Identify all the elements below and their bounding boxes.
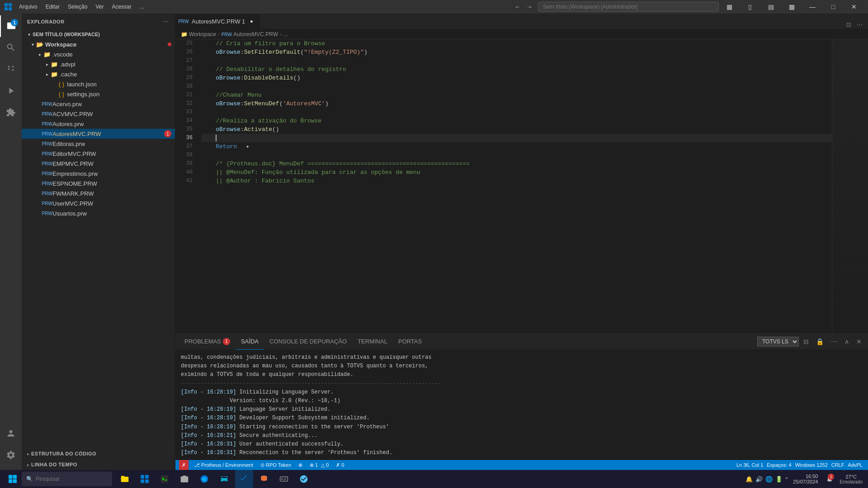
layout-btn2[interactable]: ▯ bbox=[740, 0, 760, 14]
layout-btn4[interactable]: ▩ bbox=[781, 0, 802, 14]
breadcrumb-more[interactable]: ... bbox=[283, 31, 288, 38]
status-line-col[interactable]: Ln 36, Col 1 bbox=[735, 460, 765, 470]
taskbar-vs[interactable] bbox=[235, 470, 253, 488]
panel-tab-problemas[interactable]: PROBLEMAS 1 bbox=[179, 334, 236, 350]
tab-close-icon[interactable]: ● bbox=[248, 18, 255, 25]
activity-search[interactable] bbox=[0, 37, 22, 59]
taskbar-terminal-app[interactable] bbox=[156, 470, 174, 488]
panel-lock-btn[interactable]: 🔒 bbox=[813, 337, 826, 346]
taskbar-search-input[interactable] bbox=[36, 476, 104, 482]
taskbar-battery-icon[interactable]: 🔋 bbox=[775, 476, 783, 483]
tree-item-editormvc[interactable]: ▸ PRW EditorMVC.PRW bbox=[22, 149, 175, 159]
minimize-button[interactable]: — bbox=[802, 0, 823, 14]
breadcrumb-file[interactable]: PRWAutoresMVC.PRW bbox=[222, 31, 278, 38]
status-errors[interactable]: ⊗ 1 △ 0 bbox=[308, 460, 330, 470]
tree-item-acvmvc[interactable]: ▸ PRW ACVMVC.PRW bbox=[22, 109, 175, 119]
taskbar-remote[interactable] bbox=[275, 470, 293, 488]
tree-item-advpl[interactable]: ▸ 📁 .advpl bbox=[22, 59, 175, 69]
taskbar-camera-app[interactable] bbox=[175, 470, 193, 488]
tree-item-fwmark[interactable]: ▸ PRW FWMARK.PRW bbox=[22, 188, 175, 198]
activity-account[interactable] bbox=[0, 423, 22, 445]
tree-item-usuarios[interactable]: ▸ PRW Usuarios.prw bbox=[22, 208, 175, 218]
status-globe[interactable]: ⊕ bbox=[297, 460, 304, 470]
panel-clear-btn[interactable]: ⊟ bbox=[801, 337, 811, 346]
taskbar-explorer[interactable] bbox=[116, 470, 134, 488]
tab-autoresmvc[interactable]: PRW AutoresMVC.PRW 1 ● bbox=[175, 14, 260, 29]
split-editor-btn[interactable]: ⊡ bbox=[844, 20, 853, 29]
status-spaces[interactable]: Espaços: 4 bbox=[765, 460, 793, 470]
titlebar: Arquivo Editar Seleção Ver Acessar ... ←… bbox=[0, 0, 868, 14]
activity-run[interactable] bbox=[0, 80, 22, 102]
tree-item-cache[interactable]: ▸ 📁 .cache bbox=[22, 69, 175, 79]
status-encoding[interactable]: Windows 1252 bbox=[793, 460, 830, 470]
section-linha-tempo[interactable]: ▸ LINHA DO TEMPO bbox=[22, 459, 175, 470]
menu-selecao[interactable]: Seleção bbox=[64, 3, 91, 11]
layout-btn3[interactable]: ▤ bbox=[760, 0, 781, 14]
activity-explorer[interactable]: 1 bbox=[0, 15, 22, 37]
tree-item-espnome[interactable]: ▸ PRW ESPNOME.PRW bbox=[22, 178, 175, 188]
sidebar-more-btn[interactable]: ⋯ bbox=[162, 17, 170, 26]
activity-extensions[interactable] bbox=[0, 102, 22, 124]
panel-close-btn[interactable]: ✕ bbox=[854, 337, 864, 346]
tree-item-autoresmvc[interactable]: ▸ PRW AutoresMVC.PRW 1 bbox=[22, 129, 175, 139]
tree-item-usermvc[interactable]: ▸ PRW UserMVC.PRW bbox=[22, 198, 175, 208]
taskbar-edge[interactable] bbox=[195, 470, 213, 488]
tree-item-editoras[interactable]: ▸ PRW Editoras.prw bbox=[22, 139, 175, 149]
tree-item-launch[interactable]: ▸ { } launch.json bbox=[22, 79, 175, 89]
nav-forward[interactable]: → bbox=[524, 2, 534, 11]
panel-tab-portas[interactable]: PORTAS bbox=[393, 334, 427, 350]
tree-item-workspace[interactable]: ▾ 📂 Workspace bbox=[22, 39, 175, 49]
status-check[interactable]: ✗ 0 bbox=[334, 460, 346, 470]
svg-rect-1 bbox=[9, 3, 12, 6]
close-button[interactable]: ✕ bbox=[844, 0, 864, 14]
layout-btn[interactable]: ▦ bbox=[719, 0, 740, 14]
tree-item-emprestimos[interactable]: ▸ PRW Emprestimos.prw bbox=[22, 169, 175, 178]
taskbar-db[interactable] bbox=[255, 470, 273, 488]
taskbar-clock[interactable]: 16:50 25/07/2024 bbox=[789, 474, 821, 484]
menu-editar[interactable]: Editar bbox=[42, 3, 63, 11]
taskbar-unknown[interactable] bbox=[295, 470, 313, 488]
panel-output[interactable]: multas, condenações judiciais, arbitrais… bbox=[175, 350, 868, 460]
tree-item-acervo[interactable]: ▸ PRW Acervo.prw bbox=[22, 99, 175, 109]
panel-tab-saida[interactable]: SAÍDA bbox=[236, 334, 264, 350]
status-rpo[interactable]: ⊙ RPO Token bbox=[259, 460, 293, 470]
panel-maximize-btn[interactable]: ∧ bbox=[842, 337, 852, 346]
panel-more-btn[interactable]: ⋯ bbox=[828, 337, 840, 346]
taskbar-network-icon[interactable]: 🌐 bbox=[765, 476, 773, 483]
menu-more[interactable]: ... bbox=[136, 3, 148, 11]
taskbar-hidden-icons[interactable]: ^ bbox=[785, 476, 788, 482]
menu-arquivo[interactable]: Arquivo bbox=[15, 3, 41, 11]
activity-source-control[interactable] bbox=[0, 59, 22, 80]
taskbar-weather[interactable]: 27°C Ensolarado bbox=[838, 470, 864, 488]
tree-item-vscode[interactable]: ▸ 📁 .vscode bbox=[22, 49, 175, 59]
settings-icon bbox=[6, 450, 16, 461]
taskbar-vscode[interactable] bbox=[136, 470, 154, 488]
taskbar-start-button[interactable] bbox=[4, 470, 22, 488]
title-search-input[interactable] bbox=[538, 2, 719, 12]
tree-item-autores[interactable]: ▸ PRW Autores.prw bbox=[22, 119, 175, 129]
taskbar-notification-icon[interactable]: 🔔 bbox=[745, 476, 753, 483]
taskbar-store[interactable] bbox=[215, 470, 233, 488]
menu-acessar[interactable]: Acessar bbox=[108, 3, 135, 11]
status-protheus[interactable]: ⎇ Protheus / Environment bbox=[192, 460, 255, 470]
taskbar-search-bar[interactable]: 🔍 bbox=[22, 472, 112, 486]
code-lines[interactable]: // Cria um filtro para o Browse oBrowse:… bbox=[198, 39, 832, 333]
more-actions-btn[interactable]: ⋯ bbox=[855, 20, 864, 29]
panel-output-dropdown[interactable]: TOTVS LS bbox=[757, 337, 799, 347]
status-error-badge[interactable]: ✗ bbox=[179, 460, 189, 470]
tree-item-workspace-root[interactable]: ▾ SEM TÍTULO (WORKSPACE) bbox=[22, 29, 175, 39]
tree-item-empmvc[interactable]: ▸ PRW EMPMVC.PRW bbox=[22, 159, 175, 169]
status-eol[interactable]: CRLF bbox=[830, 460, 846, 470]
panel-tab-terminal[interactable]: TERMINAL bbox=[352, 334, 393, 350]
taskbar-volume-icon[interactable]: 🔊 bbox=[755, 476, 763, 483]
status-language[interactable]: AdvPL bbox=[846, 460, 864, 470]
panel-tab-console[interactable]: CONSOLE DE DEPURAÇÃO bbox=[264, 334, 352, 350]
activity-settings[interactable] bbox=[0, 445, 22, 466]
tree-item-settings[interactable]: ▸ { } settings.json bbox=[22, 89, 175, 99]
nav-back[interactable]: ← bbox=[513, 2, 523, 11]
breadcrumb-workspace[interactable]: 📁Workspace bbox=[181, 31, 216, 38]
section-estrutura[interactable]: ▸ ESTRUTURA DO CÓDIGO bbox=[22, 448, 175, 459]
menu-ver[interactable]: Ver bbox=[92, 3, 107, 11]
maximize-button[interactable]: □ bbox=[823, 0, 844, 14]
taskbar-notification-center[interactable]: 1 bbox=[823, 470, 836, 488]
